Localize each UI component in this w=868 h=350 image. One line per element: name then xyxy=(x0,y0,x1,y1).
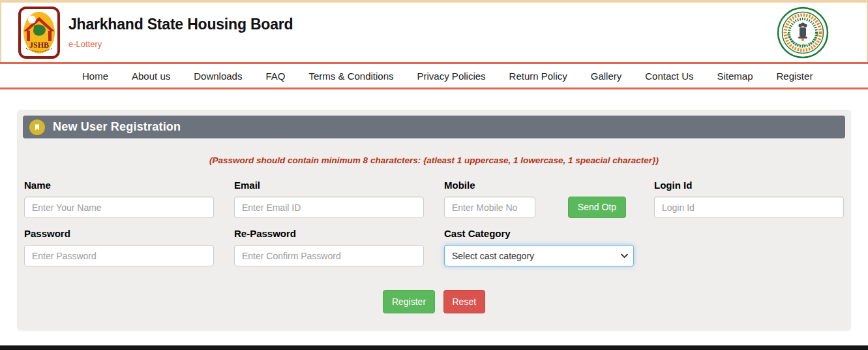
jshb-logo-text: JSHB xyxy=(29,40,49,50)
nav-item-gallery[interactable]: Gallery xyxy=(591,71,622,82)
page-header: JSHB Jharkhand State Housing Board e-Lot… xyxy=(0,3,868,62)
password-label: Password xyxy=(24,228,214,240)
register-button[interactable]: Register xyxy=(383,290,435,313)
nav-item-faq[interactable]: FAQ xyxy=(265,71,285,82)
nav-item-downloads[interactable]: Downloads xyxy=(194,71,242,82)
nav-item-register[interactable]: Register xyxy=(777,71,813,82)
mobile-field-group: Mobile Send Otp xyxy=(444,180,634,218)
name-input[interactable] xyxy=(24,197,214,218)
password-field-group: Password xyxy=(24,228,214,266)
email-label: Email xyxy=(234,180,424,191)
mobile-input[interactable] xyxy=(444,197,535,218)
nav-item-contact-us[interactable]: Contact Us xyxy=(645,71,693,82)
page-subtitle: e-Lottery xyxy=(68,39,293,49)
jharkhand-govt-seal-icon: GOVERNMENT OF JHARKHAND xyxy=(777,7,829,59)
login-id-field-group: Login Id xyxy=(654,180,844,218)
nav-item-privacy-policies[interactable]: Privacy Policies xyxy=(417,71,486,82)
send-otp-button[interactable]: Send Otp xyxy=(568,197,626,218)
mobile-label: Mobile xyxy=(444,180,634,191)
login-id-label: Login Id xyxy=(654,180,844,191)
jshb-logo-icon: JSHB xyxy=(18,7,60,59)
reset-button[interactable]: Reset xyxy=(443,290,486,313)
email-input[interactable] xyxy=(234,197,424,218)
name-field-group: Name xyxy=(24,180,214,218)
password-requirements-note: (Password should contain minimum 8 chara… xyxy=(23,155,845,165)
cast-category-label: Cast Category xyxy=(444,228,634,240)
nav-item-return-policy[interactable]: Return Policy xyxy=(509,71,567,82)
name-label: Name xyxy=(24,180,214,191)
re-password-field-group: Re-Password xyxy=(234,228,424,266)
nav-item-sitemap[interactable]: Sitemap xyxy=(717,71,753,82)
brand: JSHB Jharkhand State Housing Board e-Lot… xyxy=(18,7,293,59)
spacer-cell xyxy=(654,228,844,266)
registration-panel: New User Registration (Password should c… xyxy=(17,110,851,330)
nav-item-about-us[interactable]: About us xyxy=(132,71,170,82)
panel-title: New User Registration xyxy=(53,120,181,134)
form-actions: Register Reset xyxy=(23,290,845,313)
cast-category-select[interactable]: Select cast category xyxy=(444,245,634,266)
panel-header: New User Registration xyxy=(23,116,845,138)
bookmark-icon xyxy=(29,119,45,135)
cast-category-field-group: Cast Category Select cast category xyxy=(444,228,634,266)
nav-item-terms-conditions[interactable]: Terms & Conditions xyxy=(308,71,393,82)
registration-form: Name Email Mobile Send Otp Login Id Pass… xyxy=(23,180,845,266)
password-input[interactable] xyxy=(24,245,214,266)
login-id-input[interactable] xyxy=(654,197,844,218)
re-password-input[interactable] xyxy=(234,245,424,266)
page-title: Jharkhand State Housing Board xyxy=(68,16,293,33)
footer-bar xyxy=(0,345,868,350)
nav-item-home[interactable]: Home xyxy=(82,71,108,82)
email-field-group: Email xyxy=(234,180,424,218)
main-nav: Home About us Downloads FAQ Terms & Cond… xyxy=(0,62,868,89)
re-password-label: Re-Password xyxy=(234,228,424,240)
